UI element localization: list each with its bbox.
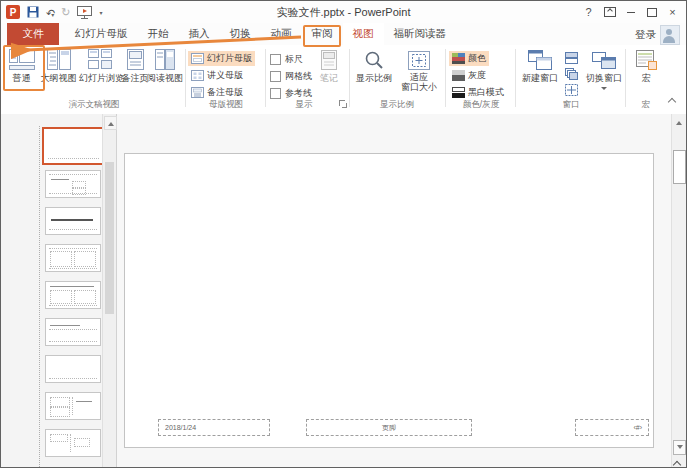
thumbnail-slide-master-selected[interactable] bbox=[42, 127, 105, 165]
maximize-button[interactable] bbox=[641, 3, 662, 21]
redo-icon[interactable]: ↻ bbox=[61, 7, 70, 18]
window-controls: ? × bbox=[578, 1, 683, 23]
group-label-window: 窗口 bbox=[517, 99, 625, 111]
main-scrollbar-thumb[interactable] bbox=[673, 150, 686, 184]
magnifier-icon bbox=[355, 48, 393, 70]
scroll-down-icon[interactable] bbox=[673, 440, 686, 455]
save-icon[interactable] bbox=[27, 6, 39, 18]
checkbox-icon[interactable] bbox=[270, 88, 281, 99]
date-placeholder[interactable]: 2018/1/24 bbox=[158, 419, 270, 436]
qat-customize-icon[interactable]: ▾ bbox=[99, 9, 102, 16]
thumbnail-scrollbar-thumb[interactable] bbox=[105, 162, 114, 314]
main-scrollbar[interactable] bbox=[671, 114, 686, 467]
slide-thumbnail[interactable] bbox=[45, 355, 101, 383]
slide-thumbnail-panel bbox=[1, 114, 117, 467]
black-white-icon bbox=[452, 87, 465, 98]
slide-thumbnail[interactable] bbox=[45, 207, 101, 235]
gridlines-checkbox[interactable]: 网格线 bbox=[270, 70, 312, 83]
sign-in-link[interactable]: 登录 bbox=[635, 23, 656, 45]
show-dialog-launcher-icon[interactable] bbox=[339, 100, 347, 108]
zoom-button[interactable]: 显示比例 bbox=[355, 48, 393, 92]
fit-to-window-icon bbox=[397, 48, 441, 70]
color-button[interactable]: 颜色 bbox=[449, 51, 489, 66]
slide-editing-area: 2018/1/24 页脚 ‹#› bbox=[117, 114, 672, 467]
account-avatar[interactable] bbox=[660, 25, 680, 45]
start-slideshow-icon[interactable] bbox=[77, 6, 92, 19]
ribbon-display-options-button[interactable] bbox=[599, 3, 620, 21]
close-button[interactable]: × bbox=[662, 3, 683, 21]
group-label-color-grayscale: 颜色/灰度 bbox=[447, 99, 515, 111]
notes-master-icon bbox=[191, 87, 204, 98]
fit-to-window-button[interactable]: 适应 窗口大小 bbox=[397, 48, 441, 92]
workspace: 2018/1/24 页脚 ‹#› bbox=[1, 114, 686, 467]
slide-thumbnail[interactable] bbox=[45, 244, 101, 272]
switch-windows-dropdown-icon bbox=[601, 87, 607, 93]
undo-icon[interactable]: ↶▾ bbox=[46, 3, 54, 21]
scroll-up-icon[interactable] bbox=[673, 116, 685, 128]
slide-thumbnail[interactable] bbox=[45, 318, 101, 346]
previous-slide-icon[interactable] bbox=[673, 459, 685, 468]
group-label-zoom: 显示比例 bbox=[351, 99, 443, 111]
group-label-master-views: 母版视图 bbox=[187, 99, 265, 111]
new-window-button[interactable]: 新建窗口 bbox=[519, 48, 561, 92]
thumbnail-scrollbar[interactable] bbox=[102, 114, 116, 467]
slide-thumbnail[interactable] bbox=[45, 281, 101, 309]
black-white-button[interactable]: 黑白模式 bbox=[449, 85, 507, 100]
title-bar: P ↶▾ ↻ ▾ 实验文件.pptx - PowerPoint ? × bbox=[1, 1, 686, 23]
slide-thumbnail[interactable] bbox=[45, 392, 101, 420]
group-label-show: 显示 bbox=[267, 99, 341, 111]
arrange-all-icon bbox=[565, 52, 578, 64]
handout-master-button[interactable]: 讲义母版 bbox=[188, 68, 246, 83]
slide-canvas[interactable]: 2018/1/24 页脚 ‹#› bbox=[124, 153, 654, 448]
switch-windows-button[interactable]: 切换窗口 bbox=[583, 48, 625, 92]
quick-access-toolbar: P ↶▾ ↻ ▾ bbox=[6, 1, 102, 23]
notes-button[interactable]: 笔记 bbox=[313, 48, 345, 92]
cascade-icon bbox=[565, 68, 578, 80]
scroll-up-icon[interactable] bbox=[104, 116, 117, 130]
handout-master-icon bbox=[191, 70, 204, 81]
slide-thumbnail[interactable] bbox=[45, 429, 101, 457]
collapse-ribbon-icon[interactable] bbox=[668, 97, 676, 105]
group-label-macros: 宏 bbox=[629, 99, 663, 111]
window-title: 实验文件.pptx - PowerPoint bbox=[277, 1, 411, 23]
switch-windows-icon bbox=[583, 48, 625, 70]
new-window-icon bbox=[519, 48, 561, 70]
move-split-icon bbox=[565, 84, 578, 96]
notes-master-button[interactable]: 备注母版 bbox=[188, 85, 246, 100]
macros-button[interactable]: 宏 bbox=[631, 48, 661, 92]
powerpoint-logo-icon: P bbox=[6, 5, 20, 19]
color-mode-icon bbox=[452, 53, 465, 64]
minimize-button[interactable] bbox=[620, 3, 641, 21]
move-split-button[interactable] bbox=[565, 82, 578, 100]
checkbox-icon[interactable] bbox=[270, 71, 281, 82]
help-button[interactable]: ? bbox=[578, 3, 599, 21]
notes-icon bbox=[313, 48, 345, 70]
group-label-presentation-views: 演示文稿视图 bbox=[5, 99, 183, 111]
footer-placeholder[interactable]: 页脚 bbox=[306, 419, 472, 436]
macros-icon bbox=[631, 48, 661, 70]
grayscale-button[interactable]: 灰度 bbox=[449, 68, 489, 83]
slide-number-placeholder[interactable]: ‹#› bbox=[575, 419, 649, 436]
slide-thumbnail[interactable] bbox=[45, 170, 101, 198]
annotation-arrow bbox=[11, 29, 311, 59]
tab-view[interactable]: 视图 bbox=[343, 23, 384, 45]
master-hierarchy-line bbox=[39, 126, 40, 467]
powerpoint-window: P ↶▾ ↻ ▾ 实验文件.pptx - PowerPoint ? × bbox=[0, 0, 687, 468]
tab-foxit-reader[interactable]: 福昕阅读器 bbox=[384, 23, 457, 45]
grayscale-icon bbox=[452, 70, 465, 81]
